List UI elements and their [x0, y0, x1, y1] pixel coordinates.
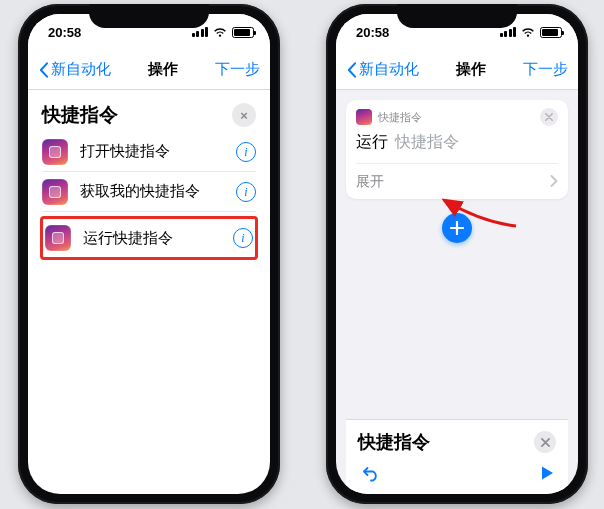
nav-title: 操作	[148, 60, 178, 79]
info-icon[interactable]: i	[236, 142, 256, 162]
screen-right: 20:58 新自动化 操作 下一步 快捷指令	[336, 14, 578, 494]
info-icon[interactable]: i	[233, 228, 253, 248]
wifi-icon	[213, 27, 227, 38]
cellular-icon	[192, 27, 209, 37]
phone-frame-left: 20:58 新自动化 操作 下一步 快捷指令 ×	[18, 4, 280, 504]
next-button[interactable]: 下一步	[215, 60, 260, 79]
status-time: 20:58	[356, 25, 389, 40]
editor-canvas: 快捷指令 运行 快捷指令 展开	[336, 90, 578, 494]
notch	[397, 4, 517, 28]
info-icon[interactable]: i	[236, 182, 256, 202]
action-card-body[interactable]: 运行 快捷指令	[356, 130, 558, 163]
list-item[interactable]: 运行快捷指令 i	[45, 219, 253, 257]
panel-close-button[interactable]	[534, 431, 556, 453]
run-button[interactable]	[540, 465, 554, 485]
shortcuts-app-icon	[45, 225, 71, 251]
back-label: 新自动化	[359, 60, 419, 79]
panel-title: 快捷指令	[358, 430, 430, 454]
highlight-box: 运行快捷指令 i	[40, 216, 258, 260]
nav-bar: 新自动化 操作 下一步	[336, 50, 578, 90]
section-title: 快捷指令	[42, 102, 118, 128]
close-icon	[545, 113, 553, 121]
actions-panel: 快捷指令	[346, 419, 568, 494]
list-item[interactable]: 获取我的快捷指令 i	[42, 172, 256, 212]
cellular-icon	[500, 27, 517, 37]
back-button[interactable]: 新自动化	[38, 60, 111, 79]
status-time: 20:58	[48, 25, 81, 40]
chevron-right-icon	[550, 174, 558, 190]
expand-label: 展开	[356, 173, 384, 191]
back-label: 新自动化	[51, 60, 111, 79]
next-button[interactable]: 下一步	[523, 60, 568, 79]
list-item-label: 获取我的快捷指令	[80, 182, 224, 201]
action-card[interactable]: 快捷指令 运行 快捷指令 展开	[346, 100, 568, 199]
clear-section-button[interactable]: ×	[232, 103, 256, 127]
shortcuts-app-icon	[42, 139, 68, 165]
add-action-button[interactable]	[442, 213, 472, 243]
nav-bar: 新自动化 操作 下一步	[28, 50, 270, 90]
list-item[interactable]: 打开快捷指令 i	[42, 132, 256, 172]
close-icon	[541, 438, 550, 447]
expand-row[interactable]: 展开	[356, 163, 558, 199]
play-icon	[540, 465, 554, 481]
nav-title: 操作	[456, 60, 486, 79]
screen-left: 20:58 新自动化 操作 下一步 快捷指令 ×	[28, 14, 270, 494]
wifi-icon	[521, 27, 535, 38]
close-icon: ×	[240, 108, 248, 123]
notch	[89, 4, 209, 28]
plus-icon	[450, 221, 464, 235]
shortcuts-app-icon	[42, 179, 68, 205]
undo-icon	[360, 464, 380, 482]
battery-icon	[540, 27, 562, 38]
list-item-label: 运行快捷指令	[83, 229, 221, 248]
list-item-label: 打开快捷指令	[80, 142, 224, 161]
undo-button[interactable]	[360, 464, 380, 486]
battery-icon	[232, 27, 254, 38]
chevron-left-icon	[38, 62, 49, 78]
chevron-left-icon	[346, 62, 357, 78]
action-card-app-label: 快捷指令	[378, 110, 422, 125]
shortcut-placeholder[interactable]: 快捷指令	[395, 133, 459, 150]
back-button[interactable]: 新自动化	[346, 60, 419, 79]
phone-frame-right: 20:58 新自动化 操作 下一步 快捷指令	[326, 4, 588, 504]
shortcuts-app-icon	[356, 109, 372, 125]
run-label: 运行	[356, 133, 388, 150]
remove-action-button[interactable]	[540, 108, 558, 126]
actions-list: 快捷指令 × 打开快捷指令 i 获取我的快捷指令 i	[28, 90, 270, 260]
